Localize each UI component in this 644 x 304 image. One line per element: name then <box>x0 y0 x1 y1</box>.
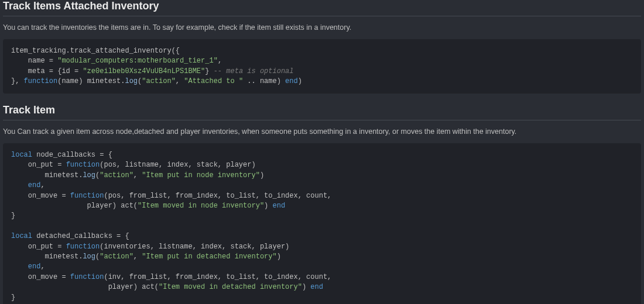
code-text: item_tracking.track_attached_inventory({ <box>11 47 180 55</box>
code-text <box>11 181 28 189</box>
code-keyword: function <box>66 243 100 251</box>
code-string: "action" <box>100 253 133 261</box>
code-text: node_callbacks = { <box>32 151 112 159</box>
code-keyword: end <box>28 181 41 189</box>
code-keyword: end <box>310 283 323 291</box>
section-desc-track-item: You Can track a given item across node,d… <box>3 126 641 137</box>
code-keyword: local <box>11 232 32 240</box>
code-text: (inv, from_list, from_index, to_list, to… <box>104 273 331 281</box>
code-keyword: local <box>11 151 32 159</box>
code-keyword: end <box>28 262 41 271</box>
code-text: (inventories, listname, index, stack, pl… <box>100 243 289 251</box>
code-text: }, <box>11 77 24 85</box>
code-text: , <box>133 171 142 179</box>
section-desc-attached: You can track the inventories the items … <box>3 22 641 33</box>
code-text: name = <box>11 57 57 65</box>
code-string: "Attached to " <box>184 77 243 85</box>
code-call: log <box>83 253 95 261</box>
code-keyword: end <box>285 77 298 85</box>
code-string: "Item moved in node inventory" <box>138 202 264 210</box>
code-text: ) <box>298 77 302 85</box>
section-heading-attached: Track Items Attached Inventory <box>3 0 641 16</box>
code-text: minetest. <box>11 253 83 261</box>
code-text: on_move = <box>11 192 70 200</box>
code-block-attached: item_tracking.track_attached_inventory({… <box>3 39 641 94</box>
code-text: } <box>11 293 15 302</box>
code-text: on_put = <box>11 161 66 169</box>
code-string: "action" <box>100 171 133 179</box>
code-keyword: function <box>24 77 58 85</box>
code-text: , <box>133 253 142 261</box>
code-text: .. name) <box>243 77 285 85</box>
code-block-track-item: local node_callbacks = { on_put = functi… <box>3 143 641 304</box>
code-string: "Item put in detached inventory" <box>142 253 276 261</box>
code-keyword: function <box>66 161 100 169</box>
code-text: on_move = <box>11 273 70 281</box>
code-string: "modular_computers:motherboard_tier_1" <box>57 57 218 65</box>
code-text: on_put = <box>11 243 66 251</box>
code-text: player) act( <box>11 283 159 291</box>
code-keyword: end <box>273 202 286 210</box>
code-call: log <box>125 77 138 85</box>
code-text: (pos, listname, index, stack, player) <box>100 161 255 169</box>
code-call: log <box>83 171 95 179</box>
code-keyword: function <box>70 273 104 281</box>
section-heading-track-item: Track Item <box>3 104 641 120</box>
code-text: , <box>40 262 44 271</box>
code-text: ) <box>302 283 310 291</box>
code-text: (pos, from_list, from_index, to_list, to… <box>104 192 331 200</box>
code-string: "Item put in node inventory" <box>142 171 260 179</box>
code-text: player) act( <box>11 202 138 210</box>
code-text: (name) minetest. <box>57 77 125 85</box>
code-comment: -- meta is optional <box>214 67 294 75</box>
code-text: , <box>176 77 184 85</box>
code-string: "ze0eilbeb0Xsz4VuUB4nLPS1BME" <box>83 67 205 75</box>
code-text: minetest. <box>11 171 83 179</box>
code-text: } <box>205 67 213 75</box>
code-text: detached_callbacks = { <box>32 232 129 240</box>
code-text: ) <box>277 253 281 261</box>
code-text: meta = {id = <box>11 67 83 75</box>
code-text: , <box>218 57 222 65</box>
code-text: ) <box>260 171 264 179</box>
code-text: ) <box>264 202 272 210</box>
code-keyword: function <box>70 192 104 200</box>
code-text: } <box>11 212 15 220</box>
code-string: "action" <box>142 77 176 85</box>
code-text: , <box>40 181 44 189</box>
code-text <box>11 262 28 271</box>
code-string: "Item moved in detached inventory" <box>159 283 302 291</box>
